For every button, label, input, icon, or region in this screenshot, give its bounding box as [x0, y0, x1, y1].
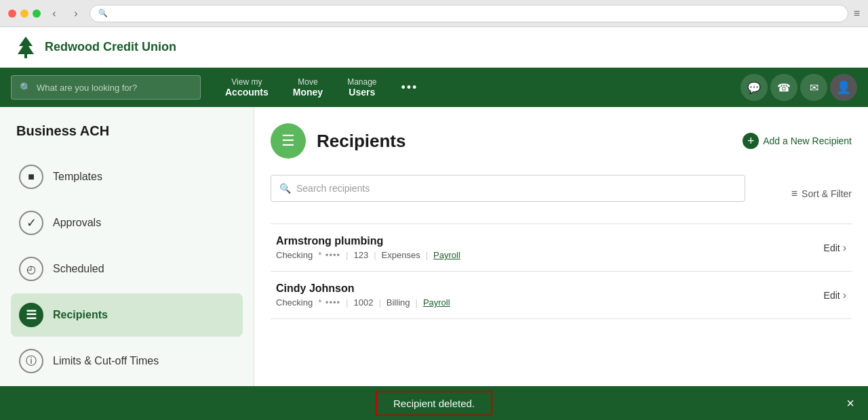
- mail-button[interactable]: ✉: [800, 74, 827, 101]
- edit-button-1[interactable]: Edit ›: [824, 289, 846, 301]
- nav-search-input[interactable]: [37, 83, 192, 93]
- sidebar-item-approvals[interactable]: ✓ Approvals: [11, 201, 243, 245]
- category-1: Billing: [387, 297, 410, 308]
- sidebar-item-limits-label: Limits & Cut-off Times: [53, 355, 159, 367]
- nav-item-money[interactable]: Move Money: [282, 72, 334, 103]
- url-bar[interactable]: 🔍: [90, 5, 848, 22]
- sidebar-title: Business ACH: [11, 123, 243, 139]
- table-row: Cindy Johnson Checking * •••• | 1002 | B…: [271, 272, 852, 319]
- recipients-icon: ☰: [19, 303, 43, 327]
- category-0: Expenses: [382, 250, 420, 260]
- browser-forward-button[interactable]: ›: [68, 5, 84, 22]
- url-search-icon: 🔍: [98, 9, 108, 18]
- nav-item-accounts[interactable]: View my Accounts: [214, 72, 279, 103]
- phone-icon: ☎: [777, 81, 791, 94]
- edit-label-0: Edit: [824, 243, 840, 253]
- nav-actions: 💬 ☎ ✉ 👤: [741, 74, 857, 101]
- plus-circle-icon: +: [743, 133, 759, 149]
- nav-item-money-bottom: Money: [293, 87, 323, 98]
- recipient-details: Checking * •••• | 1002 | Billing | Payro…: [276, 297, 450, 308]
- recipient-details: Checking * •••• | 123 | Expenses | Payro…: [276, 250, 460, 260]
- main-content: ☰ Recipients + Add a New Recipient 🔍 ≡ S…: [254, 107, 868, 420]
- toast-close-button[interactable]: ×: [846, 396, 854, 411]
- nav-more-button[interactable]: •••: [391, 75, 429, 100]
- sidebar-item-recipients[interactable]: ☰ Recipients: [11, 293, 243, 337]
- browser-toolbar-right: ≡: [854, 7, 860, 20]
- separator-6: |: [415, 297, 417, 308]
- sort-filter-button[interactable]: ≡ Sort & Filter: [791, 188, 852, 200]
- account-number-1: 1002: [353, 297, 373, 308]
- traffic-lights: [8, 9, 41, 18]
- nav-items: View my Accounts Move Money Manage Users…: [214, 72, 741, 103]
- account-dots-1: * ••••: [318, 297, 340, 308]
- logo-area: Redwood Credit Union: [14, 35, 203, 60]
- chat-button[interactable]: 💬: [741, 74, 768, 101]
- edit-button-0[interactable]: Edit ›: [824, 242, 846, 254]
- sidebar-item-approvals-label: Approvals: [53, 217, 101, 229]
- browser-chrome: ‹ › 🔍 ≡: [0, 0, 868, 27]
- separator-2: |: [374, 250, 376, 260]
- user-avatar-button[interactable]: 👤: [830, 74, 857, 101]
- separator-5: |: [378, 297, 380, 308]
- search-filter-row: 🔍 ≡ Sort & Filter: [271, 175, 852, 213]
- sidebar-item-scheduled[interactable]: ◴ Scheduled: [11, 247, 243, 291]
- chevron-right-icon-0: ›: [843, 242, 846, 254]
- account-type-0: Checking: [276, 250, 313, 260]
- limits-icon: ⓘ: [19, 349, 43, 373]
- nav-bar: 🔍 View my Accounts Move Money Manage Use…: [0, 68, 868, 107]
- sidebar-item-templates[interactable]: ■ Templates: [11, 155, 243, 198]
- toast-notification: Recipient deleted. ×: [0, 386, 868, 420]
- recipient-name: Cindy Johnson: [276, 282, 450, 295]
- recipients-page-icon: ☰: [281, 132, 295, 150]
- page-header: ☰ Recipients + Add a New Recipient: [271, 123, 852, 159]
- nav-search-icon: 🔍: [20, 82, 31, 93]
- logo-icon: [14, 35, 38, 60]
- user-icon: 👤: [836, 80, 851, 95]
- filter-icon: ≡: [791, 188, 797, 200]
- browser-back-button[interactable]: ‹: [46, 5, 62, 22]
- table-row: Armstrong plumbing Checking * •••• | 123…: [271, 224, 852, 272]
- nav-item-users[interactable]: Manage Users: [336, 72, 387, 103]
- close-traffic-light[interactable]: [8, 9, 16, 18]
- account-type-1: Checking: [276, 297, 313, 308]
- tag-link-0[interactable]: Payroll: [433, 250, 460, 260]
- recipient-name: Armstrong plumbing: [276, 235, 460, 247]
- sidebar-item-limits[interactable]: ⓘ Limits & Cut-off Times: [11, 339, 243, 383]
- app-header: Redwood Credit Union: [0, 27, 868, 68]
- search-recipients-container[interactable]: 🔍: [271, 175, 745, 202]
- search-icon: 🔍: [279, 183, 291, 194]
- page-title: Recipients: [317, 131, 406, 152]
- separator-1: |: [346, 250, 348, 260]
- phone-button[interactable]: ☎: [770, 74, 797, 101]
- tag-link-1[interactable]: Payroll: [423, 297, 450, 308]
- app: Redwood Credit Union 🔍 View my Accounts …: [0, 27, 868, 420]
- recipients-list: Armstrong plumbing Checking * •••• | 123…: [271, 224, 852, 319]
- add-recipient-label: Add a New Recipient: [763, 135, 852, 146]
- recipient-info-cindy: Cindy Johnson Checking * •••• | 1002 | B…: [276, 282, 450, 308]
- edit-label-1: Edit: [824, 290, 840, 301]
- svg-marker-0: [18, 37, 34, 58]
- nav-item-accounts-bottom: Accounts: [225, 87, 269, 98]
- scheduled-icon: ◴: [19, 257, 43, 281]
- add-new-recipient-button[interactable]: + Add a New Recipient: [743, 133, 852, 149]
- mail-icon: ✉: [810, 81, 818, 94]
- nav-item-money-top: Move: [293, 77, 323, 87]
- nav-search-bar[interactable]: 🔍: [11, 75, 201, 100]
- logo-text: Redwood Credit Union: [45, 40, 176, 54]
- toast-message: Recipient deleted.: [376, 391, 492, 416]
- minimize-traffic-light[interactable]: [20, 9, 28, 18]
- nav-item-users-bottom: Users: [347, 87, 376, 98]
- sidebar-item-scheduled-label: Scheduled: [53, 263, 104, 275]
- recipient-info-armstrong: Armstrong plumbing Checking * •••• | 123…: [276, 235, 460, 260]
- separator-3: |: [426, 250, 428, 260]
- approvals-icon: ✓: [19, 211, 43, 235]
- search-recipients-input[interactable]: [296, 183, 736, 194]
- chevron-right-icon-1: ›: [843, 289, 846, 301]
- templates-icon: ■: [19, 165, 43, 189]
- maximize-traffic-light[interactable]: [33, 9, 41, 18]
- browser-share-icon[interactable]: ≡: [854, 7, 860, 20]
- account-dots-0: * ••••: [318, 250, 340, 260]
- sort-filter-label: Sort & Filter: [802, 188, 852, 199]
- sidebar-item-recipients-label: Recipients: [53, 309, 108, 321]
- chat-icon: 💬: [747, 81, 761, 94]
